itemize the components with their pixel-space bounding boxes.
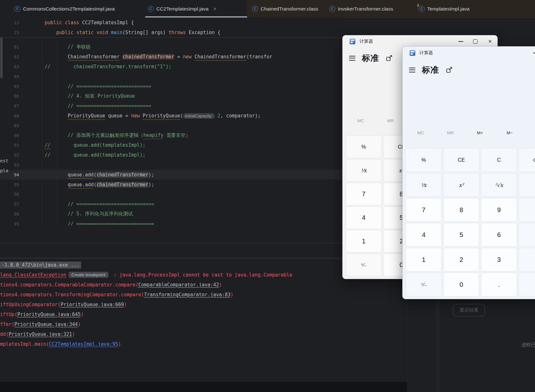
memory-MC-button[interactable]: MC (346, 118, 375, 123)
code-token: (String[] args) (123, 30, 169, 35)
code-token (50, 64, 73, 70)
key-3[interactable]: 3 (481, 248, 517, 271)
key-9[interactable]: 9 (481, 198, 517, 222)
code-token: // ========================== (68, 84, 151, 89)
key-%[interactable]: % (346, 136, 382, 158)
stack-trace-link[interactable]: PriorityQueue.java:321 (9, 331, 72, 337)
key-²√x[interactable]: ²√x (481, 173, 517, 197)
console-text: iftUp( (0, 312, 17, 317)
line-number: 81 (0, 44, 42, 49)
editor-line-95: 95 queue.add(chainedTransformer); (0, 180, 342, 189)
screen: CCommonsCollections2TemplatesImpl.javaCC… (0, 0, 535, 392)
key-8[interactable]: 8 (443, 198, 479, 222)
console-text: mplatesImpl.main( (0, 341, 49, 347)
key-2[interactable]: 2 (443, 248, 479, 271)
key-4[interactable]: 4 (406, 223, 442, 247)
stack-trace-link[interactable]: PriorityQueue.java:344 (14, 322, 78, 327)
tab-CC2TemplatesImpl.java[interactable]: CCC2TemplatesImpl.java✕ (148, 0, 217, 18)
code-token: PriorityQueue (68, 113, 105, 119)
console-text: ffer( (0, 322, 14, 327)
clipped-text-fragment: pla (0, 168, 8, 173)
key-7[interactable]: 7 (406, 198, 442, 222)
editor-line-83: 83// chainedTransformer.transform("1"); (0, 62, 342, 72)
key-+[interactable]: + (519, 248, 535, 271)
key-⅟x[interactable]: ⅟x (406, 173, 442, 197)
key-1[interactable]: 1 (406, 248, 442, 271)
calculator-window-front[interactable]: 计算器标准MCMRM+M−MS%CEC⌫⅟xx²²√x÷789×456−123+… (402, 46, 535, 299)
close-tab-icon[interactable]: ✕ (213, 6, 217, 11)
code-text: queue.add(chainedTransformer); (42, 172, 154, 178)
stack-trace-link[interactable]: PriorityQueue.java:645 (17, 312, 81, 317)
hamburger-menu-icon[interactable] (409, 68, 415, 72)
console-line-3: tions4.comparators.TransformingComparato… (0, 290, 438, 300)
memory-MS-button[interactable]: MS (524, 130, 535, 135)
code-token: main (111, 30, 123, 35)
key-4[interactable]: 4 (346, 206, 382, 229)
editor-line-84: 84 (0, 71, 342, 81)
editor-line-85: 85 // ========================== (0, 81, 342, 91)
editor-line-91: 91// queue.add(templatesImpl); (0, 140, 342, 150)
key-1[interactable]: 1 (346, 230, 382, 253)
key-⁺∕₋[interactable]: ⁺∕₋ (406, 273, 442, 296)
code-token: queue.add (68, 172, 93, 178)
memory-MR-button[interactable]: MR (435, 130, 465, 135)
code-text: public class CC2TemplatesImpl { (42, 20, 134, 26)
equals-button[interactable]: = (519, 273, 535, 296)
console-line-4: iftUpUsingComparator(PriorityQueue.java:… (0, 300, 438, 309)
code-editor[interactable]: 81 // 串联链82 ChainedTransformer chainedTr… (0, 18, 342, 226)
stack-trace-link[interactable]: CC2TemplatesImpl.java:95 (49, 341, 118, 347)
console-text: iftUpUsingComparator( (0, 302, 61, 307)
key-5[interactable]: 5 (443, 223, 479, 247)
key-6[interactable]: 6 (481, 223, 517, 247)
line-number: 92 (0, 152, 42, 158)
key-÷[interactable]: ÷ (519, 173, 535, 197)
keep-on-top-icon[interactable] (385, 54, 393, 62)
key-×[interactable]: × (519, 198, 535, 222)
stack-trace-link[interactable]: lang.ClassCastException (0, 272, 66, 278)
clipped-text-fragment: est (0, 158, 8, 163)
key-x²[interactable]: x² (443, 173, 479, 197)
key-⁺∕₋[interactable]: ⁺∕₋ (346, 254, 382, 276)
java-class-icon: C (148, 6, 154, 12)
console-line-7: dd(PriorityQueue.java:321) (0, 329, 438, 339)
tab-TemplatesImpl.java[interactable]: CTemplatesImpl.java (419, 0, 470, 18)
code-token: Exception { (186, 30, 220, 35)
keep-on-top-icon[interactable] (445, 66, 453, 74)
key-−[interactable]: − (519, 223, 535, 247)
key-⌫[interactable]: ⌫ (519, 148, 535, 172)
code-text: // =========================== (42, 221, 154, 226)
memory-MR-button[interactable]: MR (375, 118, 405, 123)
maximize-button[interactable] (468, 39, 483, 44)
tab-InvokerTransformer.class[interactable]: CInvokerTransformer.class (329, 0, 393, 18)
memory-M+-button[interactable]: M+ (465, 130, 495, 135)
calculator-titlebar[interactable]: 计算器 (403, 47, 535, 59)
code-text: // queue.add(templatesImpl); (42, 142, 145, 148)
code-token (45, 54, 68, 60)
close-button[interactable]: ✕ (483, 39, 497, 44)
code-token: heapify (143, 132, 163, 138)
key-7[interactable]: 7 (346, 183, 382, 205)
key-CE[interactable]: CE (443, 148, 479, 172)
console-line-2: tions4.comparators.ComparableComparator.… (0, 280, 438, 290)
tab-label: InvokerTransformer.class (338, 6, 393, 12)
stack-trace-link[interactable]: ComparableComparator.java:42 (138, 282, 219, 288)
memory-MC-button[interactable]: MC (406, 130, 435, 135)
key-.[interactable]: . (481, 273, 517, 296)
code-text: // 5. 序列化与反序列化测试 (42, 211, 133, 217)
calculator-titlebar[interactable]: 计算器✕ (343, 35, 497, 48)
hamburger-menu-icon[interactable] (349, 56, 355, 61)
show-result-button[interactable]: 显示结果 (453, 304, 485, 316)
tab-CommonsCollections2TemplatesImpl.java[interactable]: CCommonsCollections2TemplatesImpl.java (14, 0, 115, 18)
line-number: 98 (0, 211, 42, 217)
key-⅟x[interactable]: ⅟x (346, 159, 382, 182)
memory-M−-button[interactable]: M− (495, 130, 524, 135)
minimize-button[interactable] (528, 53, 535, 53)
key-C[interactable]: C (481, 148, 517, 172)
minimize-button[interactable] (453, 41, 468, 42)
key-%[interactable]: % (406, 148, 442, 172)
stack-trace-link[interactable]: PriorityQueue.java:669 (61, 302, 124, 307)
key-0[interactable]: 0 (443, 273, 479, 296)
tab-ChainedTransformer.class[interactable]: CChainedTransformer.class (252, 0, 318, 18)
stack-trace-link[interactable]: TransformingComparator.java:83 (144, 292, 231, 298)
create-breakpoint-button[interactable]: Create breakpoint (69, 272, 108, 278)
